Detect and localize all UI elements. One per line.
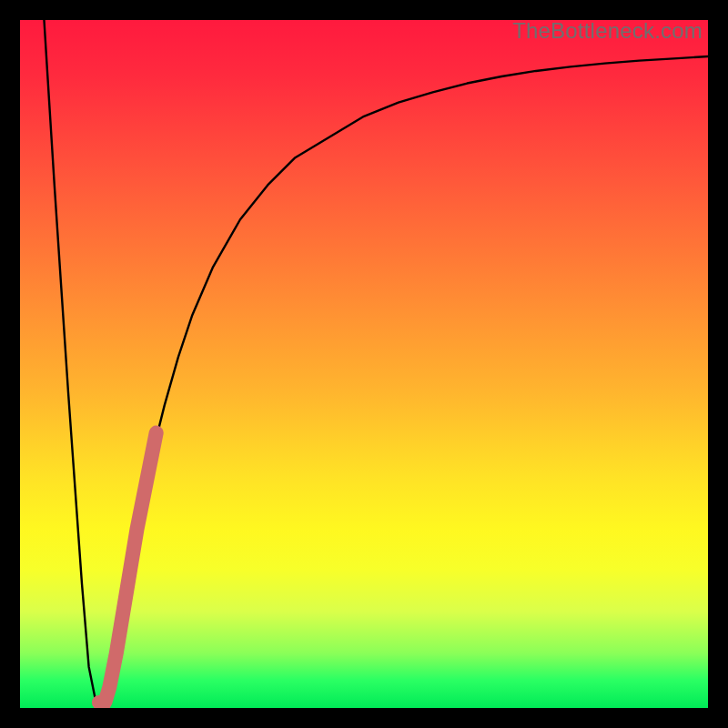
highlight-curve [99,433,157,706]
curve-layer [20,20,708,708]
plot-area [20,20,708,708]
highlight-segment-path [99,433,157,706]
main-curve [44,20,708,708]
watermark-text: TheBottleneck.com [512,18,703,44]
bottleneck-curve-path [44,20,708,708]
chart-frame: TheBottleneck.com [0,0,728,728]
